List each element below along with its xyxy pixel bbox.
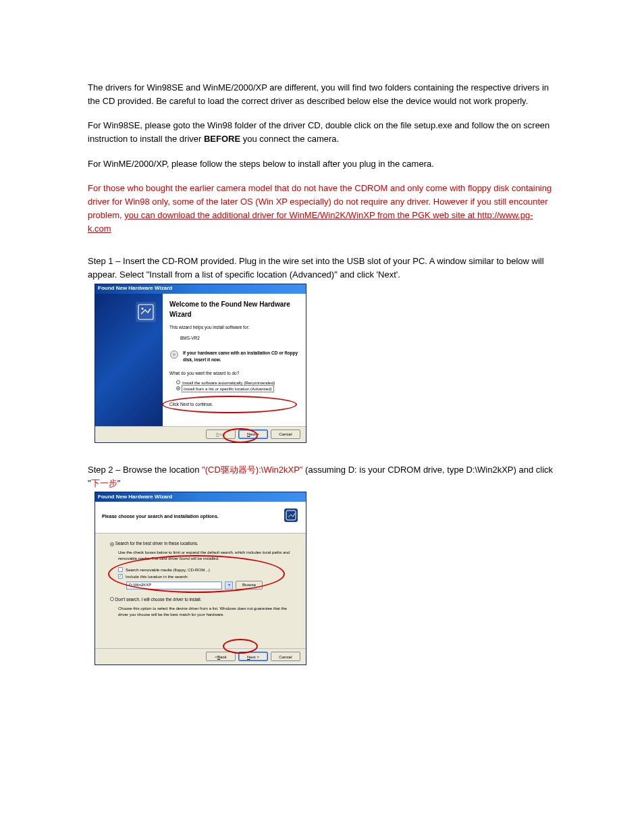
wizard2-desc1: Use the check boxes below to limit or ex… [118, 550, 296, 563]
wizard1-sidebar-image [95, 294, 163, 426]
back-button: Back [206, 429, 236, 439]
wizard1-dialog: Found New Hardware Wizard Welcome to the… [95, 284, 306, 443]
wizard1-cd-text: If your hardware came with an installati… [183, 350, 299, 363]
wizard2-dialog: Found New Hardware Wizard Please choose … [95, 492, 306, 665]
checkbox-label: Search removable media (floppy, CD-ROM..… [126, 567, 210, 573]
radio-label: Don't search. I will choose the driver t… [115, 597, 202, 602]
radio-icon [176, 380, 180, 384]
checkbox-icon [118, 567, 123, 572]
radio-label: Install from a list or specific location… [182, 386, 273, 392]
back-button[interactable]: < Back [206, 652, 236, 661]
svg-point-2 [142, 307, 144, 309]
wizard2-titlebar: Found New Hardware Wizard [95, 492, 306, 502]
checkbox-icon [118, 574, 123, 579]
cd-icon [169, 350, 179, 359]
wizard2-radio-dont-search[interactable]: Don't search. I will choose the driver t… [110, 596, 296, 603]
step-2-text: Step 2 – Browse the location "(CD驱动器号):\… [88, 463, 556, 490]
step-1-text: Step 1 – Insert the CD-ROM provided. Plu… [88, 255, 556, 282]
radio-label: Search for the best driver in these loca… [115, 541, 198, 546]
wizard2-checkbox-removable[interactable]: Search removable media (floppy, CD-ROM..… [118, 566, 296, 573]
wizard1-titlebar: Found New Hardware Wizard [95, 284, 306, 294]
path-input[interactable]: D:\Win2KXP [126, 581, 222, 590]
browse-button[interactable]: Browse [236, 581, 263, 590]
document-body: The drivers for Win98SE and WinME/2000/X… [88, 81, 556, 665]
wizard2-radio-search-best[interactable]: Search for the best driver in these loca… [110, 540, 296, 547]
radio-icon [110, 597, 114, 601]
paragraph: For Win98SE, please goto the Win98 folde… [88, 119, 556, 146]
wizard2-desc2: Choose this option to select the device … [118, 606, 296, 619]
svg-point-4 [173, 353, 176, 355]
radio-icon [110, 542, 114, 546]
cancel-button[interactable]: Cancel [271, 429, 300, 439]
wizard2-header-text: Please choose your search and installati… [102, 513, 219, 521]
next-button[interactable]: Next > [238, 652, 268, 661]
wizard1-radio-auto[interactable]: Install the software automatically (Reco… [176, 380, 299, 386]
wizard1-continue-text: Click Next to continue. [169, 401, 299, 408]
dropdown-button[interactable]: ▾ [225, 581, 233, 590]
wizard1-radio-specific[interactable]: Install from a list or specific location… [176, 386, 299, 392]
wizard1-question: What do you want the wizard to do? [169, 370, 299, 377]
wizard1-subtext: This wizard helps you install software f… [169, 324, 299, 331]
paragraph: For those who bought the earlier camera … [88, 182, 556, 236]
paragraph: The drivers for Win98SE and WinME/2000/X… [88, 81, 556, 108]
wizard1-heading: Welcome to the Found New Hardware Wizard [169, 299, 299, 320]
wizard2-header-icon [283, 507, 299, 527]
radio-icon [176, 386, 180, 390]
wizard1-device-name: BMS-VR2 [180, 335, 299, 342]
next-button[interactable]: Next > [238, 429, 268, 439]
paragraph: For WinME/2000/XP, please follow the ste… [88, 157, 556, 171]
cancel-button[interactable]: Cancel [271, 652, 300, 661]
checkbox-label: Include this location in the search: [126, 573, 188, 580]
wizard2-checkbox-include[interactable]: Include this location in the search: [118, 573, 296, 579]
download-link[interactable]: you can download the additional driver f… [88, 210, 533, 234]
